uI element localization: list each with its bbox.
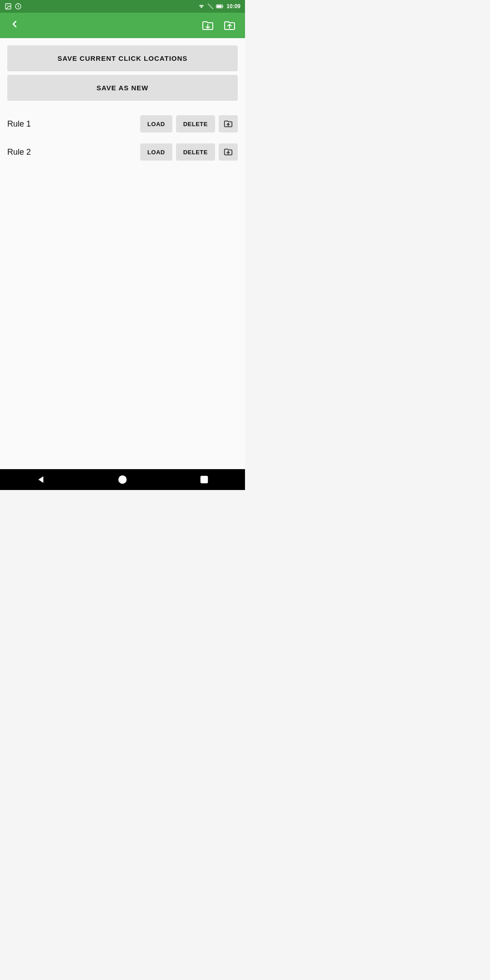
image-icon — [5, 3, 12, 10]
toolbar-right — [200, 17, 238, 34]
svg-marker-6 — [39, 476, 44, 483]
status-bar-left — [5, 3, 22, 10]
rule-2-upload-button[interactable] — [219, 143, 238, 161]
rule-1-name: Rule 1 — [7, 119, 140, 129]
export-button[interactable] — [221, 17, 238, 34]
import-button[interactable] — [200, 17, 216, 34]
rule-2-load-button[interactable]: LOAD — [140, 143, 172, 161]
battery-icon — [216, 4, 224, 9]
back-button[interactable] — [7, 17, 22, 34]
svg-point-7 — [119, 476, 127, 484]
nav-recents-button[interactable] — [188, 471, 220, 488]
nav-home-button[interactable] — [107, 471, 138, 488]
wifi-icon — [198, 4, 205, 9]
nav-back-button[interactable] — [25, 471, 57, 488]
time-display: 10:09 — [226, 3, 240, 10]
rule-1-upload-button[interactable] — [219, 115, 238, 132]
save-current-button[interactable]: SAVE CURRENT CLICK LOCATIONS — [7, 45, 238, 71]
toolbar-left — [7, 17, 22, 34]
rule-row: Rule 1 LOAD DELETE — [7, 110, 238, 138]
rule-row: Rule 2 LOAD DELETE — [7, 138, 238, 166]
rule-2-name: Rule 2 — [7, 147, 140, 157]
signal-off-icon — [207, 3, 214, 10]
rule-1-actions: LOAD DELETE — [140, 115, 238, 132]
rule-list: Rule 1 LOAD DELETE Rule 2 LOAD DELETE — [7, 110, 238, 166]
status-bar: 10:09 — [0, 0, 245, 13]
rule-2-actions: LOAD DELETE — [140, 143, 238, 161]
svg-rect-8 — [201, 476, 208, 483]
save-as-new-button[interactable]: SAVE AS NEW — [7, 75, 238, 101]
rule-2-delete-button[interactable]: DELETE — [176, 143, 215, 161]
svg-rect-5 — [217, 5, 222, 7]
rule-1-delete-button[interactable]: DELETE — [176, 115, 215, 132]
svg-line-3 — [208, 4, 213, 9]
nav-bar — [0, 469, 245, 490]
main-content: SAVE CURRENT CLICK LOCATIONS SAVE AS NEW… — [0, 38, 245, 469]
toolbar — [0, 13, 245, 38]
status-bar-right: 10:09 — [198, 3, 240, 10]
rule-1-load-button[interactable]: LOAD — [140, 115, 172, 132]
sync-icon — [15, 3, 22, 10]
svg-point-1 — [7, 5, 8, 6]
